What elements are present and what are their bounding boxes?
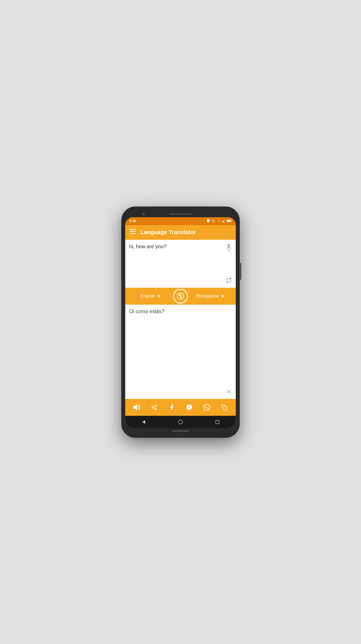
source-language-arrow: ▼ (157, 294, 161, 298)
camera-dot (142, 213, 145, 216)
app-title: Language Translator (140, 229, 196, 236)
phone-device: 3:28 (121, 206, 240, 438)
svg-line-29 (153, 406, 155, 407)
svg-line-28 (153, 408, 155, 409)
messenger-button[interactable] (184, 402, 195, 413)
source-text-input[interactable]: hi, how are you? (129, 244, 223, 267)
source-language-label: English (140, 294, 155, 299)
svg-rect-33 (216, 420, 219, 424)
action-bar (125, 399, 236, 416)
battery-icon (227, 219, 232, 223)
clear-button[interactable] (226, 388, 232, 396)
language-bar: English ▼ Portuguese ▼ (125, 288, 236, 305)
whatsapp-button[interactable] (201, 402, 212, 413)
swap-languages-button[interactable] (173, 289, 188, 304)
source-language-selector[interactable]: English ▼ (128, 294, 173, 299)
side-power-button[interactable] (240, 263, 241, 280)
svg-rect-6 (222, 221, 223, 223)
svg-rect-13 (130, 229, 136, 230)
copy-button[interactable] (219, 402, 230, 413)
svg-marker-24 (133, 404, 137, 410)
svg-rect-7 (223, 221, 223, 223)
svg-rect-30 (223, 406, 227, 410)
svg-point-19 (177, 293, 184, 299)
home-button[interactable] (176, 418, 185, 426)
status-time: 3:28 (129, 219, 136, 223)
target-language-arrow: ▼ (221, 294, 225, 298)
input-section: hi, how are you? (125, 240, 236, 288)
svg-point-25 (155, 405, 157, 406)
svg-rect-11 (227, 220, 230, 221)
svg-rect-16 (228, 244, 230, 248)
recent-apps-button[interactable] (213, 418, 222, 426)
speaker-bar (169, 213, 192, 215)
svg-point-1 (212, 219, 215, 222)
hamburger-menu-button[interactable] (130, 229, 136, 236)
phone-top (125, 212, 236, 217)
target-language-selector[interactable]: Portuguese ▼ (188, 294, 233, 299)
svg-point-32 (179, 420, 182, 424)
svg-point-27 (155, 408, 157, 410)
mic-button[interactable] (226, 244, 232, 253)
svg-rect-12 (231, 220, 232, 221)
status-icons (206, 219, 232, 223)
signal-icon (222, 219, 225, 223)
home-indicator (172, 430, 189, 432)
sim-icon (206, 219, 210, 223)
status-bar: 3:28 (125, 217, 236, 225)
share-button[interactable] (149, 402, 160, 413)
svg-rect-9 (224, 219, 225, 223)
target-language-label: Portuguese (196, 294, 219, 299)
translated-text: Oi como estás? (129, 309, 232, 397)
app-bar: Language Translator (125, 225, 236, 240)
input-row: hi, how are you? (129, 244, 232, 285)
output-section: Oi como estás? (125, 305, 236, 399)
svg-point-26 (152, 406, 154, 408)
location-icon (212, 219, 215, 223)
svg-rect-14 (130, 231, 136, 232)
svg-rect-0 (207, 219, 210, 222)
speaker-button[interactable] (131, 402, 142, 413)
bottom-nav (125, 416, 236, 428)
back-button[interactable] (139, 418, 148, 426)
svg-rect-15 (130, 233, 136, 234)
phone-bottom (125, 428, 236, 433)
phone-screen: 3:28 (125, 217, 236, 428)
swap-text-button[interactable] (226, 277, 232, 285)
wifi-icon (217, 219, 221, 223)
facebook-button[interactable] (166, 402, 177, 413)
svg-marker-31 (142, 420, 145, 424)
svg-rect-8 (223, 220, 224, 222)
